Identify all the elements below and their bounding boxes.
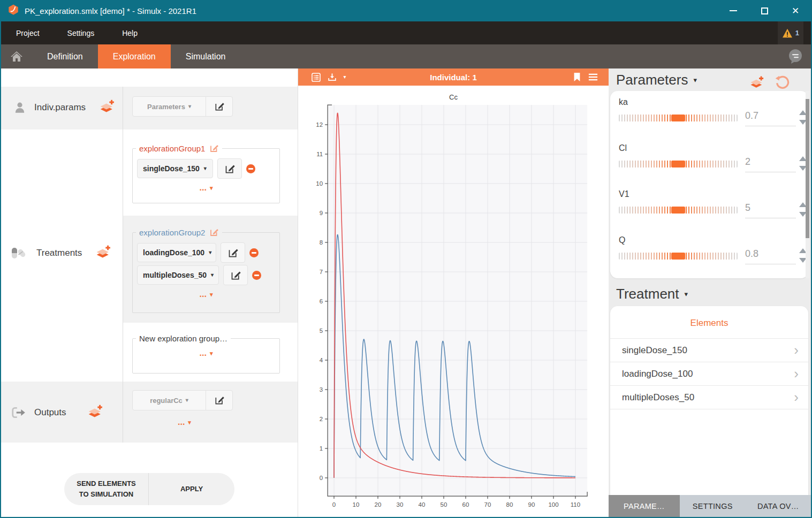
slider-thumb[interactable] (671, 115, 685, 121)
send-elements-button[interactable]: SEND ELEMENTS TO SIMULATION (64, 473, 149, 505)
param-v1-slider[interactable] (619, 207, 738, 214)
remove-loading-dose-button[interactable] (249, 248, 259, 257)
ellipsis: ... (200, 348, 207, 358)
apply-label: APPLY (180, 484, 203, 494)
close-button[interactable]: ✕ (780, 0, 811, 21)
chart-export-menu-button[interactable]: ▾ (340, 68, 350, 86)
parameters-dropdown[interactable]: Parameters ▾ (133, 97, 206, 116)
param-q-slider[interactable] (619, 253, 738, 260)
slider-thumb[interactable] (671, 161, 685, 167)
ellipsis: ... (178, 417, 185, 427)
dose-label: loadingDose_100 (143, 248, 204, 257)
svg-text:7: 7 (320, 269, 323, 275)
svg-text:4: 4 (320, 357, 323, 363)
param-v1-value-input[interactable]: 5 (745, 202, 796, 218)
chevron-right-icon: › (794, 345, 799, 356)
param-q-value-input[interactable]: 0.8 (745, 248, 796, 264)
parameters-scrollbar-thumb[interactable] (806, 99, 809, 238)
title-bar: PK_exploration.smlx [demo] * - Simulx - … (1, 0, 811, 21)
element-multiple-doses-50[interactable]: multipleDoses_50 › (610, 386, 808, 409)
chevron-down-icon: ▾ (188, 420, 191, 425)
param-cl-slider[interactable] (619, 161, 738, 167)
element-loading-dose-100[interactable]: loadingDose_100 › (610, 362, 808, 386)
chart-export-button[interactable] (324, 68, 340, 86)
edit-parameters-button[interactable] (206, 97, 232, 116)
output-arrow-icon (11, 406, 27, 420)
remove-single-dose-button[interactable] (246, 164, 255, 173)
svg-text:60: 60 (462, 501, 469, 508)
svg-text:2: 2 (320, 416, 323, 422)
menu-project[interactable]: Project (1, 21, 54, 44)
chart-values-table-button[interactable] (308, 68, 324, 86)
chevron-right-icon: › (794, 392, 799, 403)
outputs-more-expander[interactable]: ... ▾ (178, 415, 191, 430)
send-line1: SEND ELEMENTS (77, 478, 136, 489)
chart-bookmark-button[interactable] (569, 68, 585, 86)
edit-loading-dose-button[interactable] (221, 242, 245, 263)
menu-settings[interactable]: Settings (54, 21, 109, 44)
download-icon (327, 72, 337, 82)
add-parameters-element-button[interactable] (749, 75, 765, 92)
group1-more-expander[interactable]: ... ▾ (136, 181, 276, 196)
home-button[interactable] (1, 44, 32, 68)
add-layers-icon (98, 98, 116, 115)
menu-help[interactable]: Help (108, 21, 151, 44)
edit-output-button[interactable] (206, 391, 232, 410)
edit-single-dose-button[interactable] (217, 158, 242, 179)
single-dose-150-dropdown[interactable]: singleDose_150 ▾ (137, 159, 213, 178)
tab-simulation[interactable]: Simulation (171, 44, 241, 68)
chevron-down-icon: ▾ (210, 351, 213, 356)
param-row-v1: V1 5 (610, 183, 808, 229)
warnings-badge[interactable]: 1 (778, 21, 803, 44)
dose-label: singleDose_150 (143, 164, 200, 173)
element-label: singleDose_150 (622, 345, 687, 356)
rename-group1-icon[interactable] (209, 143, 219, 153)
tab-definition[interactable]: Definition (32, 44, 98, 68)
reset-parameters-button[interactable] (775, 75, 790, 92)
tab-parameters[interactable]: PARAME… (609, 495, 680, 517)
add-indiv-params-button[interactable] (98, 98, 116, 117)
minimize-button[interactable] (718, 0, 749, 21)
ellipsis: ... (200, 290, 207, 299)
outputs-label: Outputs (34, 407, 66, 418)
parameters-section-header[interactable]: Parameters ▾ (616, 72, 697, 88)
loading-dose-100-dropdown[interactable]: loadingDose_100 ▾ (137, 243, 216, 262)
treatment-section-header[interactable]: Treatment ▾ (616, 286, 688, 302)
add-output-button[interactable] (87, 403, 104, 422)
regularcc-dropdown[interactable]: regularCc ▾ (133, 391, 206, 410)
group2-more-expander[interactable]: ... ▾ (136, 287, 276, 302)
svg-text:1: 1 (320, 445, 323, 452)
svg-text:0: 0 (332, 501, 336, 508)
warning-icon (782, 28, 793, 38)
group1-name: explorationGroup1 (139, 144, 205, 153)
element-single-dose-150[interactable]: singleDose_150 › (610, 339, 808, 362)
chart-settings-menu-button[interactable] (585, 68, 601, 86)
maximize-button[interactable] (749, 0, 780, 21)
chevron-down-icon: ▾ (211, 272, 214, 278)
svg-text:50: 50 (441, 501, 447, 508)
chart-body: Cc 0123456789101112010203040506070809010… (298, 86, 609, 517)
param-name: Cl (619, 143, 627, 153)
close-icon: ✕ (792, 5, 799, 17)
tab-exploration[interactable]: Exploration (98, 44, 171, 68)
edit-multiple-doses-button[interactable] (223, 265, 248, 285)
chevron-down-icon: ▾ (210, 292, 213, 298)
add-layers-icon (87, 403, 104, 420)
feedback-chat-button[interactable] (787, 48, 803, 66)
multiple-doses-50-dropdown[interactable]: multipleDoses_50 ▾ (137, 265, 219, 285)
param-ka-value-input[interactable]: 0.7 (745, 110, 796, 126)
tab-settings[interactable]: SETTINGS (680, 495, 746, 517)
rename-group2-icon[interactable] (209, 227, 219, 237)
remove-multiple-doses-button[interactable] (252, 271, 261, 280)
add-treatment-button[interactable] (95, 244, 112, 262)
minimize-icon (730, 10, 737, 11)
slider-thumb[interactable] (671, 253, 685, 260)
param-cl-value-input[interactable]: 2 (745, 156, 796, 172)
section-tab-bar: Definition Exploration Simulation (1, 44, 811, 68)
tab-data-overview[interactable]: DATA OV… (746, 495, 811, 517)
slider-thumb[interactable] (671, 207, 685, 214)
exploration-group-1: explorationGroup1 singleDose_150 ▾ ... ▾ (132, 143, 280, 203)
apply-button[interactable]: APPLY (149, 473, 234, 505)
param-ka-slider[interactable] (619, 115, 738, 121)
new-group-more-expander[interactable]: ... ▾ (136, 346, 276, 361)
